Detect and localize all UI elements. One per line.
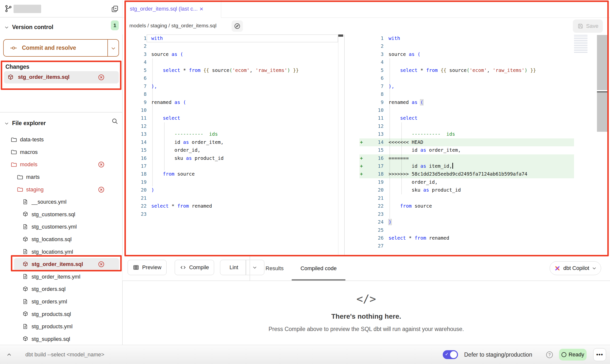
file-row-stg-products-yml[interactable]: stg_products.yml [0, 320, 122, 333]
file-row-macros[interactable]: macros [0, 146, 122, 159]
file-row-marts[interactable]: marts [0, 171, 122, 183]
code-line[interactable]: 11 select [125, 114, 338, 122]
defer-toggle[interactable]: ✓ [443, 350, 458, 359]
discard-change-icon[interactable] [98, 186, 105, 193]
file-row-stg-orders-yml[interactable]: stg_orders.yml [0, 296, 122, 308]
discard-change-icon[interactable] [98, 161, 105, 168]
changed-file-item[interactable]: stg_order_items.sql [4, 71, 119, 83]
code-line[interactable]: 18 from source [125, 170, 338, 178]
file-row-stg-customers-sql[interactable]: stg_customers.sql [0, 208, 122, 221]
code-line[interactable]: 25 [345, 226, 610, 234]
code-line[interactable]: 22 from source [345, 202, 610, 210]
code-line[interactable]: +14<<<<<<< HEAD [345, 138, 610, 146]
lint-label[interactable]: Lint [224, 264, 242, 271]
copy-icon[interactable] [111, 5, 119, 13]
code-line[interactable]: +17 id as item_id, [345, 162, 610, 170]
code-line[interactable]: 17 [125, 162, 338, 170]
save-button[interactable]: Save [573, 19, 603, 33]
code-line[interactable]: 20) [125, 186, 338, 194]
code-line[interactable]: 26select * from renamed [345, 234, 610, 242]
tab-compiled-code[interactable]: Compiled code [292, 256, 345, 281]
code-line[interactable]: 8 [345, 90, 610, 98]
editor-pane-left[interactable]: 1with23source as (45 select * from {{ so… [125, 34, 338, 256]
right-pane-scrollbar[interactable] [597, 35, 608, 132]
code-line[interactable]: 8 [125, 90, 338, 98]
code-line[interactable]: 6 [125, 74, 338, 82]
code-line[interactable]: 7), [125, 83, 338, 90]
branch-name-redacted[interactable] [14, 5, 41, 13]
code-line[interactable]: 24) [345, 218, 610, 226]
file-row-stg-supplies-sql[interactable]: stg_supplies.sql [0, 333, 122, 346]
dbt-command-input[interactable]: dbt build --select <model_name> [25, 345, 104, 364]
status-ready-badge[interactable]: Ready [559, 349, 587, 361]
tab-close-icon[interactable]: × [200, 6, 203, 12]
code-line[interactable]: 3source as ( [125, 50, 338, 58]
code-line[interactable]: 4 [125, 58, 338, 66]
file-row-models[interactable]: models [0, 158, 122, 171]
tab-results[interactable]: Results [263, 256, 286, 281]
code-line[interactable]: 10 [345, 106, 610, 114]
preview-button[interactable]: Preview [128, 260, 167, 275]
editor-pane-right[interactable]: 1with23source as (45 select * from {{ so… [345, 34, 610, 256]
code-line[interactable]: 12 [125, 122, 338, 130]
compile-button[interactable]: Compile [175, 260, 214, 275]
file-row-stg-order-items-yml[interactable]: stg_order_items.yml [0, 271, 122, 283]
code-line[interactable]: 13 ---------- ids [345, 130, 610, 138]
code-line[interactable]: 19 order_id, [345, 178, 610, 186]
version-control-header[interactable]: Version control 1 [0, 22, 122, 33]
code-line[interactable]: 19 [125, 178, 338, 186]
code-line[interactable]: 6 [345, 74, 610, 82]
code-line[interactable]: +16======= [345, 154, 610, 162]
dbt-copilot-button[interactable]: dbt Copilot [550, 261, 601, 275]
file-row-stg-locations-yml[interactable]: stg_locations.yml [0, 246, 122, 258]
code-line[interactable]: 2 [125, 42, 338, 50]
code-line[interactable]: 23 [125, 210, 338, 218]
lint-dropdown-chevron-icon[interactable] [249, 260, 260, 275]
file-row-stg-orders-sql[interactable]: stg_orders.sql [0, 283, 122, 296]
tab-stg-order-items[interactable]: stg_order_items.sql (last c... × [125, 0, 221, 18]
more-options-button[interactable]: ••• [593, 348, 606, 361]
code-line[interactable]: 20 sku as product_id [345, 186, 610, 194]
code-line[interactable]: 14 id as order_item, [125, 138, 338, 146]
lint-split-button[interactable]: Lint [220, 260, 264, 275]
code-line[interactable]: 10 [125, 106, 338, 114]
left-pane-scrollbar[interactable] [338, 34, 339, 256]
code-line[interactable]: 1with [345, 34, 610, 42]
file-row-stg-customers-yml[interactable]: stg_customers.yml [0, 221, 122, 233]
minimap[interactable] [574, 35, 596, 53]
code-line[interactable]: 23 [345, 210, 610, 218]
file-row-data-tests[interactable]: data-tests [0, 133, 122, 146]
code-line[interactable]: 5 select * from {{ source('ecom', 'raw_i… [125, 66, 338, 74]
discard-change-icon[interactable] [98, 261, 105, 268]
code-line[interactable]: +18>>>>>>> 58c1dd23d5eebd9cd2495fa7124ab… [345, 170, 610, 178]
code-line[interactable]: 9renamed as ( [125, 99, 338, 106]
code-line[interactable]: 1with [125, 34, 338, 42]
code-line[interactable]: 27 [345, 242, 610, 250]
file-row-stg-order-items-sql[interactable]: stg_order_items.sql [14, 258, 119, 271]
code-line[interactable]: 16 sku as product_id [125, 154, 338, 162]
code-line[interactable]: 22select * from renamed [125, 202, 338, 210]
commit-and-resolve-button[interactable]: Commit and resolve [3, 39, 119, 57]
code-line[interactable]: 2 [345, 42, 610, 50]
pane-divider[interactable] [344, 34, 345, 256]
expand-panel-chevron-icon[interactable] [6, 351, 12, 358]
code-line[interactable]: 5 select * from {{ source('ecom', 'raw_i… [345, 66, 610, 74]
discard-change-icon[interactable] [98, 74, 105, 81]
file-row--sources-yml[interactable]: __sources.yml [0, 196, 122, 208]
search-icon[interactable] [111, 118, 118, 125]
code-line[interactable]: 21 [345, 194, 610, 202]
file-explorer-header[interactable]: File explorer [0, 118, 122, 129]
file-row-staging[interactable]: staging [0, 183, 122, 196]
lineage-compass-icon[interactable] [232, 20, 243, 32]
code-line[interactable]: 7), [345, 83, 610, 90]
commit-dropdown-chevron-icon[interactable] [111, 46, 116, 51]
code-line[interactable]: 21 [125, 194, 338, 202]
code-line[interactable]: 12 [345, 122, 610, 130]
left-pane-scrollbar-thumb[interactable] [338, 34, 343, 37]
code-line[interactable]: 15 id as order_item, [345, 146, 610, 154]
file-row-stg-locations-sql[interactable]: stg_locations.sql [0, 233, 122, 246]
file-row-stg-products-sql[interactable]: stg_products.sql [0, 308, 122, 320]
code-line[interactable]: 13 ---------- ids [125, 130, 338, 138]
code-line[interactable]: 9renamed as ( [345, 99, 610, 106]
code-line[interactable]: 3source as ( [345, 50, 610, 58]
